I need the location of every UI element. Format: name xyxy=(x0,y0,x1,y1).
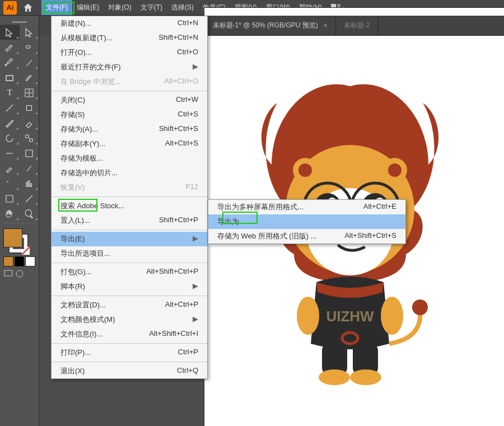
swatch-chip[interactable] xyxy=(3,256,13,266)
svg-point-31 xyxy=(350,369,381,385)
swatch-chip[interactable] xyxy=(25,256,35,266)
menu-选择[interactable]: 选择(S) xyxy=(167,0,198,15)
width-tool[interactable] xyxy=(0,146,20,161)
menu-item[interactable]: 存储为(A)...Shift+Ctrl+S xyxy=(52,122,207,137)
draw-mode-icon[interactable] xyxy=(15,269,25,279)
symbol-spray-tool[interactable] xyxy=(0,176,20,191)
menu-对象[interactable]: 对象(O) xyxy=(104,0,136,15)
menu-item: 在 Bridge 中浏览...Alt+Ctrl+O xyxy=(52,74,207,89)
color-swatch[interactable] xyxy=(0,225,39,282)
hand-tool[interactable] xyxy=(0,206,20,221)
toolbar-grip[interactable] xyxy=(0,19,39,25)
submenu-item[interactable]: 导出为... xyxy=(208,214,405,229)
paintbrush-tool[interactable] xyxy=(20,70,39,85)
svg-rect-4 xyxy=(6,76,13,81)
rotate-tool[interactable] xyxy=(0,130,20,146)
submenu-item[interactable]: 存储为 Web 所用格式 (旧版) ...Alt+Shift+Ctrl+S xyxy=(208,229,405,244)
document-tab[interactable]: 未标题-2 xyxy=(336,16,379,35)
document-tab[interactable]: 未标题-1* @ 50% (RGB/GPU 预览)× xyxy=(205,16,336,35)
eyedropper-tool[interactable] xyxy=(0,161,20,176)
menu-item[interactable]: 打开(O)...Ctrl+O xyxy=(52,45,207,60)
screen-mode-icon[interactable] xyxy=(3,269,13,279)
svg-point-15 xyxy=(388,163,402,177)
menu-item[interactable]: 文档设置(D)...Alt+Ctrl+P xyxy=(52,298,207,312)
svg-point-13 xyxy=(298,163,312,177)
selection-tool[interactable] xyxy=(0,25,20,40)
home-icon[interactable] xyxy=(22,2,34,13)
menu-item[interactable]: 关闭(C)Ctrl+W xyxy=(52,93,207,107)
scale-tool[interactable] xyxy=(20,130,39,146)
menu-item[interactable]: 导出所选项目... xyxy=(52,246,207,261)
curvature-tool[interactable] xyxy=(20,55,39,70)
artboard-tool[interactable] xyxy=(0,191,20,206)
menu-item[interactable]: 置入(L)...Shift+Ctrl+P xyxy=(52,213,207,228)
menu-item[interactable]: 打印(P)...Ctrl+P xyxy=(52,345,207,360)
menu-item[interactable]: 最近打开的文件(F)▶ xyxy=(52,60,207,74)
direct-select-tool[interactable] xyxy=(20,25,39,40)
submenu-item[interactable]: 导出为多种屏幕所用格式...Alt+Ctrl+E xyxy=(208,200,405,214)
menu-item[interactable]: 存储为模板... xyxy=(52,151,207,166)
menu-item[interactable]: 存储(S)Ctrl+S xyxy=(52,107,207,122)
menu-item[interactable]: 导出(E)▶ xyxy=(52,232,207,246)
grid-tool[interactable] xyxy=(20,85,39,100)
menu-item[interactable]: 从模板新建(T)...Shift+Ctrl+N xyxy=(52,31,207,45)
svg-rect-1 xyxy=(337,4,340,7)
line-tool[interactable] xyxy=(0,100,20,115)
column-graph-tool[interactable] xyxy=(20,176,39,191)
export-submenu: 导出为多种屏幕所用格式...Alt+Ctrl+E导出为...存储为 Web 所用… xyxy=(208,199,406,244)
svg-point-27 xyxy=(381,297,403,335)
menu-item: 恢复(V)F12 xyxy=(52,180,207,195)
menu-item[interactable]: 存储选中的切片... xyxy=(52,166,207,180)
svg-text:UIZHW: UIZHW xyxy=(326,308,374,325)
svg-point-32 xyxy=(412,299,428,315)
svg-rect-0 xyxy=(331,4,336,7)
svg-point-26 xyxy=(297,297,319,335)
slice-tool[interactable] xyxy=(20,191,39,206)
blend-tool[interactable] xyxy=(20,161,39,176)
pencil-tool[interactable] xyxy=(0,115,20,130)
menu-文件[interactable]: 文件(F) xyxy=(41,0,72,15)
fill-swatch[interactable] xyxy=(3,228,22,247)
free-transform-tool[interactable] xyxy=(20,146,39,161)
pen-tool[interactable] xyxy=(0,55,20,70)
toolbar: T xyxy=(0,16,39,426)
svg-rect-8 xyxy=(4,270,12,276)
svg-point-9 xyxy=(16,270,23,277)
menu-item[interactable]: 新建(N)...Ctrl+N xyxy=(52,16,207,31)
menu-item[interactable]: 脚本(R)▶ xyxy=(52,279,207,294)
app-logo: Ai xyxy=(3,1,17,15)
eraser-tool[interactable] xyxy=(20,115,39,130)
menu-编辑[interactable]: 编辑(E) xyxy=(72,0,104,15)
shape-builder-tool[interactable] xyxy=(20,100,39,115)
zoom-tool[interactable] xyxy=(20,206,39,221)
menu-item[interactable]: 搜索 Adobe Stock... xyxy=(52,199,207,213)
lasso-tool[interactable] xyxy=(20,40,39,55)
menu-item[interactable]: 文档颜色模式(M)▶ xyxy=(52,312,207,327)
rect-tool[interactable] xyxy=(0,70,20,85)
svg-point-30 xyxy=(319,369,350,385)
type-tool[interactable]: T xyxy=(0,85,20,100)
file-menu-dropdown: 新建(N)...Ctrl+N从模板新建(T)...Shift+Ctrl+N打开(… xyxy=(51,16,208,379)
magic-wand-tool[interactable] xyxy=(0,40,20,55)
menu-文字[interactable]: 文字(T) xyxy=(136,0,167,15)
menu-item[interactable]: 存储副本(Y)...Alt+Ctrl+S xyxy=(52,137,207,151)
menu-item[interactable]: 打包(G)...Alt+Shift+Ctrl+P xyxy=(52,265,207,279)
menu-item[interactable]: 退出(X)Ctrl+Q xyxy=(52,364,207,378)
swatch-chip[interactable] xyxy=(15,256,25,266)
close-icon[interactable]: × xyxy=(324,22,328,30)
menu-item[interactable]: 文件信息(I)...Alt+Shift+Ctrl+I xyxy=(52,327,207,341)
